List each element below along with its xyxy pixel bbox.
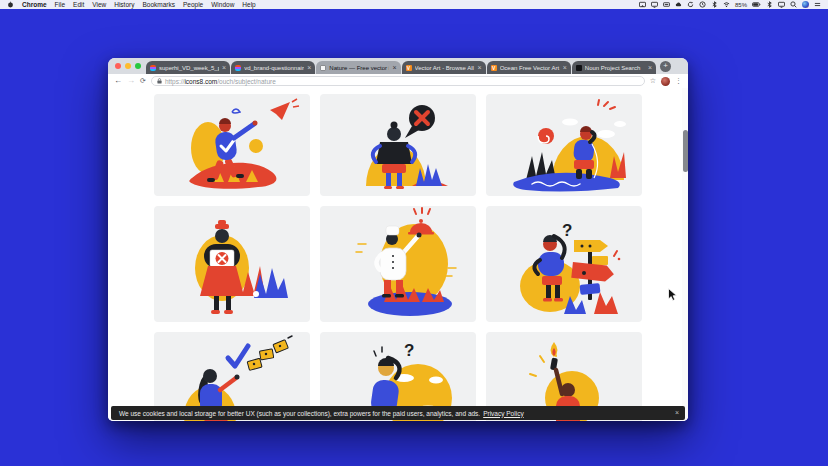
figma-icon	[150, 65, 156, 71]
cookie-banner-close-icon[interactable]: ×	[675, 406, 679, 420]
menu-item-file[interactable]: File	[55, 1, 65, 8]
illustration-card-person-throwing-paper-plane[interactable]	[154, 94, 310, 196]
padlock-icon	[157, 78, 162, 84]
tab-title: Noun Project Search	[585, 65, 645, 71]
tab-nature-free-vector-active[interactable]: Nature — Free vector im... ×	[316, 61, 400, 74]
tab-noun-project-search[interactable]: Noun Project Search ×	[572, 61, 656, 74]
window-close-button[interactable]	[115, 63, 121, 69]
chef-raising-cloche-illustration	[320, 206, 476, 322]
tab-vd-brand-questionnaire[interactable]: vd_brand-questionnaire ×	[231, 61, 315, 74]
back-button[interactable]: ←	[114, 77, 122, 85]
tab-superhi-vd-week-5-proj[interactable]: superhi_VD_week_5_proj ×	[146, 61, 230, 74]
menu-item-edit[interactable]: Edit	[73, 1, 84, 8]
browser-window: superhi_VD_week_5_proj × vd_brand-questi…	[108, 58, 688, 421]
battery-percent-label: 85%	[735, 2, 747, 8]
menu-item-view[interactable]: View	[92, 1, 106, 8]
switcher-icon[interactable]	[814, 1, 821, 8]
scrollbar-track[interactable]	[682, 88, 688, 421]
new-tab-button[interactable]: +	[660, 61, 671, 72]
window-minimize-button[interactable]	[125, 63, 131, 69]
icons8-icon	[320, 65, 326, 71]
question-mark-glyph: ?	[404, 341, 414, 360]
menu-item-people[interactable]: People	[183, 1, 203, 8]
cookie-banner-text: We use cookies and local storage for bet…	[119, 410, 480, 417]
bookmark-star-icon[interactable]: ☆	[650, 77, 656, 85]
bluetooth-icon[interactable]	[766, 1, 773, 8]
tab-ocean-free-vector-art[interactable]: V Ocean Free Vector Art - ×	[487, 61, 571, 74]
macos-menu-bar: Chrome File Edit View History Bookmarks …	[0, 0, 828, 9]
illustration-card-chef-raising-cloche[interactable]	[320, 206, 476, 322]
illustration-card-person-kneeling-by-water[interactable]	[486, 94, 642, 196]
figma-icon	[235, 65, 241, 71]
tab-close-icon[interactable]: ×	[648, 64, 652, 71]
browser-menu-icon[interactable]: ⋮	[675, 77, 682, 85]
vecteezy-icon: V	[406, 65, 412, 71]
profile-avatar[interactable]	[661, 77, 670, 86]
tab-close-icon[interactable]: ×	[563, 64, 567, 71]
url-text: https://icons8.com/ouch/subject/nature	[165, 78, 276, 85]
tab-title: Vector Art - Browse All V...	[415, 65, 475, 71]
menu-item-bookmarks[interactable]: Bookmarks	[142, 1, 175, 8]
wifi-icon[interactable]	[723, 1, 730, 8]
url-bar[interactable]: https://icons8.com/ouch/subject/nature	[151, 76, 645, 86]
sync-icon[interactable]	[687, 1, 694, 8]
person-kneeling-by-water-illustration	[486, 94, 642, 196]
menu-item-window[interactable]: Window	[211, 1, 234, 8]
bluetooth-icon[interactable]	[711, 1, 718, 8]
display-icon[interactable]	[651, 1, 658, 8]
clock-icon[interactable]	[699, 1, 706, 8]
keyboard-icon[interactable]	[663, 1, 670, 8]
woman-holding-no-sign-illustration	[154, 206, 310, 322]
tab-strip: superhi_VD_week_5_proj × vd_brand-questi…	[108, 58, 688, 74]
browser-toolbar: ← → ⟳ https://icons8.com/ouch/subject/na…	[108, 74, 688, 88]
tab-close-icon[interactable]: ×	[307, 64, 311, 71]
tab-close-icon[interactable]: ×	[392, 64, 396, 71]
scrollbar-thumb[interactable]	[683, 130, 688, 172]
cookie-consent-banner: We use cookies and local storage for bet…	[111, 406, 685, 420]
tabs-container: superhi_VD_week_5_proj × vd_brand-questi…	[146, 61, 656, 74]
privacy-policy-link[interactable]: Privacy Policy	[483, 410, 523, 417]
tab-title: superhi_VD_week_5_proj	[159, 65, 219, 71]
person-throwing-paper-plane-illustration	[154, 94, 310, 196]
tab-title: Ocean Free Vector Art -	[500, 65, 560, 71]
cast-icon[interactable]	[639, 1, 646, 8]
tab-vector-art-browse[interactable]: V Vector Art - Browse All V... ×	[402, 61, 486, 74]
noun-project-icon	[576, 65, 582, 71]
desktop: Chrome File Edit View History Bookmarks …	[0, 0, 828, 466]
cloud-icon[interactable]	[675, 1, 682, 8]
vecteezy-icon: V	[491, 65, 497, 71]
mouse-cursor	[668, 288, 677, 301]
tab-close-icon[interactable]: ×	[222, 64, 226, 71]
menu-item-history[interactable]: History	[114, 1, 134, 8]
illustration-card-woman-holding-no-sign[interactable]	[154, 206, 310, 322]
display-icon[interactable]	[778, 1, 785, 8]
search-icon[interactable]	[790, 1, 797, 8]
question-mark-glyph: ?	[562, 221, 572, 240]
menu-app-name[interactable]: Chrome	[22, 1, 47, 8]
tab-close-icon[interactable]: ×	[478, 64, 482, 71]
page-content: ?	[108, 88, 688, 421]
forward-button[interactable]: →	[127, 77, 135, 85]
apple-icon[interactable]	[7, 1, 14, 8]
siri-icon[interactable]	[802, 1, 809, 8]
menu-item-help[interactable]: Help	[242, 1, 255, 8]
menu-bar-status-area: 85%	[639, 1, 821, 8]
tab-title: vd_brand-questionnaire	[244, 65, 304, 71]
illustration-card-confused-person-at-signpost[interactable]: ?	[486, 206, 642, 322]
tab-title: Nature — Free vector im...	[329, 65, 389, 71]
battery-icon[interactable]	[752, 1, 761, 8]
reload-button[interactable]: ⟳	[140, 77, 146, 85]
illustration-card-person-with-x-speech-bubble[interactable]	[320, 94, 476, 196]
person-with-x-speech-bubble-illustration	[320, 94, 476, 196]
window-zoom-button[interactable]	[135, 63, 141, 69]
confused-person-at-signpost-illustration: ?	[486, 206, 642, 322]
